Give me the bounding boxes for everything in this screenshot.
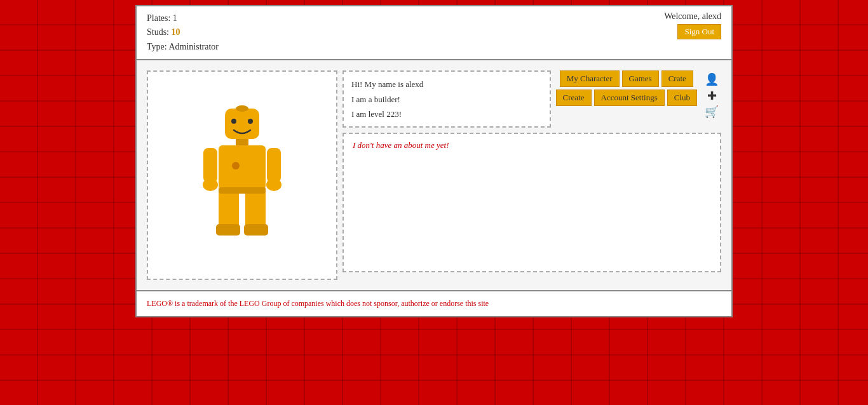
club-button[interactable]: Club (667, 90, 697, 106)
svg-rect-14 (244, 224, 268, 236)
svg-rect-5 (219, 145, 266, 190)
bio-box: Hi! My name is alexd I am a builder! I a… (342, 70, 551, 128)
cart-icon[interactable]: 🛒 (705, 105, 719, 119)
svg-rect-7 (203, 148, 217, 183)
svg-point-10 (266, 178, 281, 191)
person-icon[interactable]: 👤 (705, 73, 719, 87)
svg-rect-11 (219, 190, 239, 228)
lego-minifig (201, 102, 283, 248)
btn-row-2: Create Account Settings Club (556, 90, 697, 106)
about-box: I don't have an about me yet! (342, 133, 721, 272)
my-character-button[interactable]: My Character (560, 70, 620, 87)
outer-container: Plates: 1 Studs: 10 Type: Administrator … (135, 5, 733, 317)
svg-point-1 (231, 119, 236, 124)
svg-point-3 (236, 105, 248, 112)
content-row: Hi! My name is alexd I am a builder! I a… (147, 70, 721, 280)
sign-out-button[interactable]: Sign Out (677, 24, 721, 39)
type-value: Administrator (168, 42, 219, 51)
svg-point-9 (203, 178, 218, 191)
icon-col: 👤 ✚ 🛒 (702, 70, 721, 122)
account-settings-button[interactable]: Account Settings (594, 90, 665, 106)
svg-rect-13 (216, 224, 240, 236)
welcome-text: Welcome, alexd (664, 11, 721, 22)
svg-point-6 (232, 162, 240, 169)
svg-rect-12 (245, 190, 266, 228)
type-info: Type: Administrator (147, 40, 219, 54)
top-info: Hi! My name is alexd I am a builder! I a… (342, 70, 721, 128)
footer: LEGO® is a trademark of the LEGO Group o… (137, 291, 731, 316)
crate-button[interactable]: Crate (661, 70, 693, 87)
main-content: Hi! My name is alexd I am a builder! I a… (137, 60, 731, 291)
studs-label: Studs: (147, 27, 169, 37)
about-text: I don't have an about me yet! (353, 140, 449, 150)
svg-rect-0 (225, 109, 259, 139)
bio-line3: I am level 223! (351, 107, 542, 121)
svg-point-2 (248, 119, 253, 124)
games-button[interactable]: Games (622, 70, 659, 87)
character-box (147, 70, 337, 280)
create-button[interactable]: Create (556, 90, 592, 106)
header-left: Plates: 1 Studs: 10 Type: Administrator (147, 11, 219, 54)
plates-info: Plates: 1 (147, 11, 219, 25)
bio-line1: Hi! My name is alexd (351, 77, 542, 91)
studs-info: Studs: 10 (147, 25, 219, 39)
plates-value: 1 (173, 13, 177, 23)
header-right: Welcome, alexd Sign Out (664, 11, 721, 39)
info-panel: Hi! My name is alexd I am a builder! I a… (342, 70, 721, 272)
svg-rect-8 (267, 148, 281, 183)
type-label: Type: (147, 42, 167, 51)
svg-rect-4 (236, 139, 248, 145)
bio-line2: I am a builder! (351, 92, 542, 107)
add-icon[interactable]: ✚ (707, 90, 717, 103)
btn-row-1: My Character Games Crate (560, 70, 693, 87)
header: Plates: 1 Studs: 10 Type: Administrator … (137, 6, 731, 60)
studs-value: 10 (172, 27, 180, 37)
svg-rect-15 (219, 187, 266, 194)
plates-label: Plates: (147, 13, 170, 23)
buttons-panel: My Character Games Crate Create Account … (556, 70, 697, 106)
footer-disclaimer: LEGO® is a trademark of the LEGO Group o… (147, 299, 489, 308)
